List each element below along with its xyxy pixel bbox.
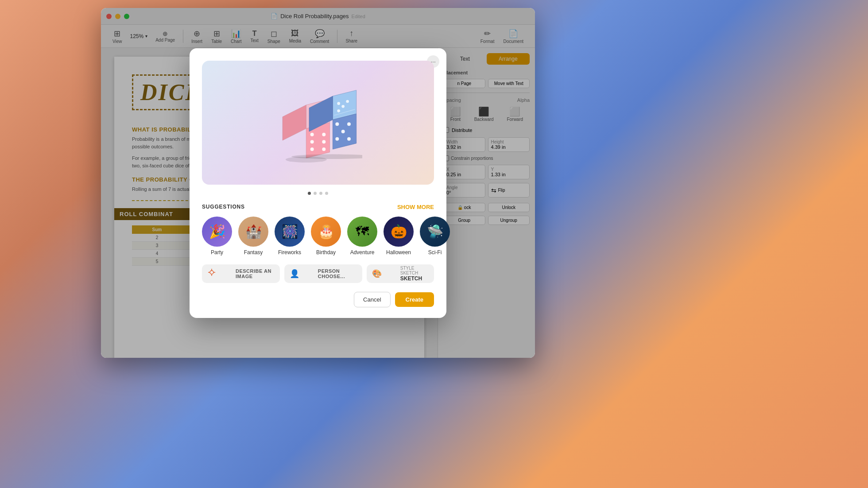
birthday-label: Birthday <box>316 249 336 256</box>
halloween-label: Halloween <box>386 249 411 256</box>
fireworks-icon: 🎆 <box>275 217 305 247</box>
suggestion-fantasy[interactable]: 🏰 Fantasy <box>238 217 268 256</box>
person-icon: 👤 <box>290 269 299 279</box>
suggestions-header: SUGGESTIONS SHOW MORE <box>202 204 434 210</box>
pages-window: 📄 Dice Roll Probability.pages Edited ⊞ V… <box>101 8 535 358</box>
person-field[interactable]: 👤 PERSON CHOOSE... <box>284 264 362 283</box>
action-buttons: Cancel Create <box>202 292 434 307</box>
party-label: Party <box>211 249 223 256</box>
suggestion-scifi[interactable]: 🛸 Sci-Fi <box>420 217 450 256</box>
party-icon: 🎉 <box>202 217 232 247</box>
adventure-icon: 🗺 <box>347 217 377 247</box>
style-top-label: STYLE SKETCH <box>400 266 428 275</box>
image-preview-area <box>202 61 434 185</box>
fireworks-label: Fireworks <box>278 249 301 256</box>
modal-overlay: ··· <box>101 8 535 358</box>
describe-label: DESCRIBE AN IMAGE <box>236 268 274 279</box>
svg-point-23 <box>341 105 345 108</box>
svg-point-28 <box>210 271 213 274</box>
describe-icon <box>207 268 216 279</box>
style-icon: 🎨 <box>372 269 382 279</box>
style-value: SKETCH <box>400 275 428 282</box>
describe-image-field[interactable]: DESCRIBE AN IMAGE <box>202 264 280 283</box>
svg-point-4 <box>322 132 326 136</box>
sparkle-icon <box>207 268 216 277</box>
dot-2[interactable] <box>314 192 317 195</box>
dice-illustration <box>274 78 362 167</box>
svg-point-3 <box>310 132 314 136</box>
halloween-icon: 🎃 <box>384 217 414 247</box>
dot-1[interactable] <box>308 192 311 195</box>
input-fields-row: DESCRIBE AN IMAGE 👤 PERSON CHOOSE... 🎨 S… <box>202 264 434 283</box>
fantasy-icon: 🏰 <box>238 217 268 247</box>
fantasy-label: Fantasy <box>244 249 263 256</box>
svg-point-16 <box>335 122 339 126</box>
svg-marker-2 <box>283 105 306 140</box>
svg-point-19 <box>335 137 339 140</box>
show-more-button[interactable]: SHOW MORE <box>397 204 434 210</box>
dot-4[interactable] <box>325 192 328 195</box>
suggestion-halloween[interactable]: 🎃 Halloween <box>384 217 414 256</box>
person-label: PERSON CHOOSE... <box>318 268 356 279</box>
suggestion-birthday[interactable]: 🎂 Birthday <box>311 217 341 256</box>
suggestion-fireworks[interactable]: 🎆 Fireworks <box>275 217 305 256</box>
svg-point-5 <box>310 140 314 143</box>
create-button[interactable]: Create <box>395 292 434 307</box>
svg-point-20 <box>347 137 351 140</box>
dot-3[interactable] <box>319 192 322 195</box>
svg-point-8 <box>322 147 326 151</box>
scifi-icon: 🛸 <box>420 217 450 247</box>
svg-point-18 <box>341 130 345 133</box>
suggestion-adventure[interactable]: 🗺 Adventure <box>347 217 377 256</box>
image-creation-modal: ··· <box>190 48 446 318</box>
cancel-button[interactable]: Cancel <box>354 292 390 307</box>
svg-point-24 <box>337 109 340 112</box>
svg-point-7 <box>310 147 314 151</box>
suggestions-grid: 🎉 Party 🏰 Fantasy 🎆 Fireworks <box>202 217 434 256</box>
svg-point-21 <box>337 102 340 105</box>
pagination-dots <box>202 192 434 195</box>
svg-point-17 <box>347 122 351 126</box>
birthday-icon: 🎂 <box>311 217 341 247</box>
scifi-label: Sci-Fi <box>428 249 442 256</box>
style-field[interactable]: 🎨 STYLE SKETCH SKETCH <box>367 264 434 283</box>
adventure-label: Adventure <box>350 249 375 256</box>
suggestions-title: SUGGESTIONS <box>202 204 245 210</box>
svg-point-6 <box>322 140 326 143</box>
suggestion-party[interactable]: 🎉 Party <box>202 217 232 256</box>
svg-point-22 <box>346 100 349 103</box>
